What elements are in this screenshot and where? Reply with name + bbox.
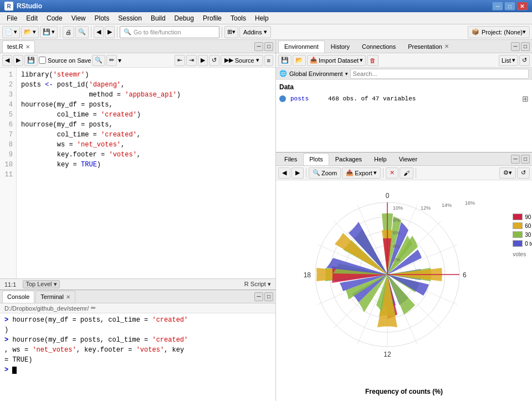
menu-tools[interactable]: Tools bbox=[226, 13, 250, 24]
delete-plot-button[interactable]: ✕ bbox=[386, 167, 398, 179]
tab-packages[interactable]: Packages bbox=[329, 153, 368, 165]
menu-code[interactable]: Code bbox=[42, 13, 67, 24]
menu-edit[interactable]: Edit bbox=[22, 13, 42, 24]
code-line-3: method = 'appbase_api') bbox=[21, 90, 271, 100]
legend-item-30-60: 30 to 60 bbox=[513, 231, 532, 238]
line-num-8: 8 bbox=[2, 140, 13, 150]
project-selector[interactable]: 📦 Project: (None)▾ bbox=[468, 26, 530, 38]
global-env-label: Global Environment bbox=[289, 70, 343, 77]
tab-environment[interactable]: Environment bbox=[278, 40, 325, 53]
plots-settings-button[interactable]: ⚙▾ bbox=[499, 167, 516, 179]
expand-env-button[interactable]: □ bbox=[521, 42, 530, 51]
menu-build[interactable]: Build bbox=[146, 13, 170, 24]
brush-button[interactable]: 🖌 bbox=[400, 167, 413, 179]
path-edit-icon[interactable]: ✏ bbox=[91, 304, 96, 312]
outdent-button[interactable]: ⇤ bbox=[175, 55, 185, 66]
legend-color-30-60 bbox=[513, 231, 523, 238]
env-save-button[interactable]: 💾 bbox=[278, 55, 291, 66]
collapse-editor-button[interactable]: ─ bbox=[254, 42, 263, 51]
plots-refresh-button[interactable]: ↺ bbox=[517, 167, 530, 179]
source-button[interactable]: ▶▶ Source ▾ bbox=[221, 55, 263, 66]
source-dropdown-icon: ▾ bbox=[256, 57, 259, 64]
tab-history[interactable]: History bbox=[325, 40, 356, 53]
minimize-button[interactable]: ─ bbox=[492, 2, 503, 11]
list-view-button[interactable]: List▾ bbox=[499, 55, 518, 66]
menu-session[interactable]: Session bbox=[114, 13, 146, 24]
forward-button[interactable]: ▶ bbox=[105, 26, 115, 38]
collapse-console-button[interactable]: ─ bbox=[254, 292, 263, 301]
goto-file-input[interactable]: 🔍 Go to file/function bbox=[120, 26, 219, 38]
env-load-button[interactable]: 📂 bbox=[293, 55, 306, 66]
data-var-name[interactable]: posts bbox=[290, 95, 324, 102]
grid-button[interactable]: ⊞▾ bbox=[224, 26, 238, 38]
print-button[interactable]: 🖨 bbox=[63, 26, 74, 38]
edit-icon-button[interactable]: ✏ bbox=[106, 55, 117, 66]
menu-profile[interactable]: Profile bbox=[198, 13, 226, 24]
expand-plots-button[interactable]: □ bbox=[521, 155, 530, 164]
source-on-save-label[interactable]: Source on Save bbox=[39, 57, 91, 64]
prev-plot-button[interactable]: ◀ bbox=[278, 167, 290, 179]
next-plot-button[interactable]: ▶ bbox=[291, 167, 304, 179]
rerun-button[interactable]: ↺ bbox=[209, 55, 219, 66]
tab-presentation[interactable]: Presentation ✕ bbox=[402, 40, 455, 53]
plots-pane: Files Plots Packages Help Viewer ─ □ bbox=[276, 153, 532, 401]
console-output[interactable]: > hourrose(my_df = posts, col_time = 'cr… bbox=[0, 313, 275, 401]
save-button[interactable]: 💾▾ bbox=[40, 26, 58, 38]
tab-viewer[interactable]: Viewer bbox=[393, 153, 423, 165]
editor-tab-test-r[interactable]: test.R ✕ bbox=[2, 40, 35, 53]
undo-button[interactable]: ◀ bbox=[2, 55, 12, 66]
menu-debug[interactable]: Debug bbox=[170, 13, 198, 24]
maximize-button[interactable]: □ bbox=[504, 2, 515, 11]
presentation-close-icon[interactable]: ✕ bbox=[444, 43, 449, 49]
zoom-button[interactable]: 🔍 Zoom bbox=[309, 167, 341, 179]
save-icon: 💾 bbox=[43, 28, 50, 35]
redo-button[interactable]: ▶ bbox=[13, 55, 23, 66]
open-file-button[interactable]: 📂▾ bbox=[21, 26, 39, 38]
menu-file[interactable]: File bbox=[2, 13, 22, 24]
code-text[interactable]: library('steemr') posts <- post_id('dape… bbox=[17, 68, 275, 278]
new-file-button[interactable]: 📄▾ bbox=[2, 26, 20, 38]
terminal-close-icon[interactable]: ✕ bbox=[66, 294, 70, 300]
env-search-input[interactable] bbox=[350, 69, 529, 79]
tab-terminal[interactable]: Terminal ✕ bbox=[35, 291, 75, 303]
close-button[interactable]: ✕ bbox=[516, 2, 528, 11]
source-on-save-checkbox[interactable] bbox=[39, 57, 46, 64]
run-button[interactable]: ▶ bbox=[198, 55, 208, 66]
window-controls[interactable]: ─ □ ✕ bbox=[492, 2, 528, 11]
tab-help[interactable]: Help bbox=[368, 153, 393, 165]
menu-plots[interactable]: Plots bbox=[90, 13, 114, 24]
code-editor[interactable]: 1 2 3 4 5 6 7 8 9 10 11 library('steemr'… bbox=[0, 68, 275, 278]
export-button[interactable]: 📤 Export▾ bbox=[342, 167, 381, 179]
code-line-2: posts <- post_id('dapeng', bbox=[21, 80, 271, 90]
svg-text:16%: 16% bbox=[465, 200, 475, 206]
editor-pane-controls: ─ □ bbox=[254, 42, 273, 51]
main-content: test.R ✕ ─ □ ◀ ▶ 💾 Source on Save 🔍 ✏▾ bbox=[0, 40, 532, 401]
tab-plots[interactable]: Plots bbox=[303, 153, 329, 165]
expand-console-button[interactable]: □ bbox=[264, 292, 273, 301]
data-var-desc: 468 obs. of 47 variables bbox=[328, 95, 518, 102]
global-env-dropdown-icon[interactable]: ▾ bbox=[345, 71, 348, 77]
import-dataset-button[interactable]: 📥 Import Dataset▾ bbox=[307, 55, 366, 66]
back-button[interactable]: ◀ bbox=[94, 26, 104, 38]
save-doc-button[interactable]: 💾 bbox=[24, 55, 38, 66]
collapse-env-button[interactable]: ─ bbox=[511, 42, 520, 51]
indent-button[interactable]: ⇥ bbox=[186, 55, 197, 66]
tab-close-icon[interactable]: ✕ bbox=[25, 44, 30, 50]
search-button[interactable]: 🔍 bbox=[92, 55, 105, 66]
menu-help[interactable]: Help bbox=[250, 13, 273, 24]
collapse-plots-button[interactable]: ─ bbox=[511, 155, 520, 164]
expand-editor-button[interactable]: □ bbox=[264, 42, 273, 51]
code-line-9: key.footer = 'votes', bbox=[21, 150, 271, 160]
find-button[interactable]: 🔍 bbox=[75, 26, 89, 38]
env-refresh-button[interactable]: ↺ bbox=[519, 55, 530, 66]
view-data-icon[interactable]: ⊞ bbox=[522, 94, 529, 103]
line-num-3: 3 bbox=[2, 90, 13, 100]
more-options-button[interactable]: ≡ bbox=[264, 55, 273, 66]
menu-view[interactable]: View bbox=[67, 13, 90, 24]
tab-connections[interactable]: Connections bbox=[356, 40, 402, 53]
tab-files[interactable]: Files bbox=[278, 153, 303, 165]
tab-console[interactable]: Console bbox=[2, 291, 34, 303]
script-type: R Script ▾ bbox=[244, 281, 271, 288]
clear-env-button[interactable]: 🗑 bbox=[367, 55, 378, 66]
addins-button[interactable]: Addins▾ bbox=[239, 26, 271, 38]
